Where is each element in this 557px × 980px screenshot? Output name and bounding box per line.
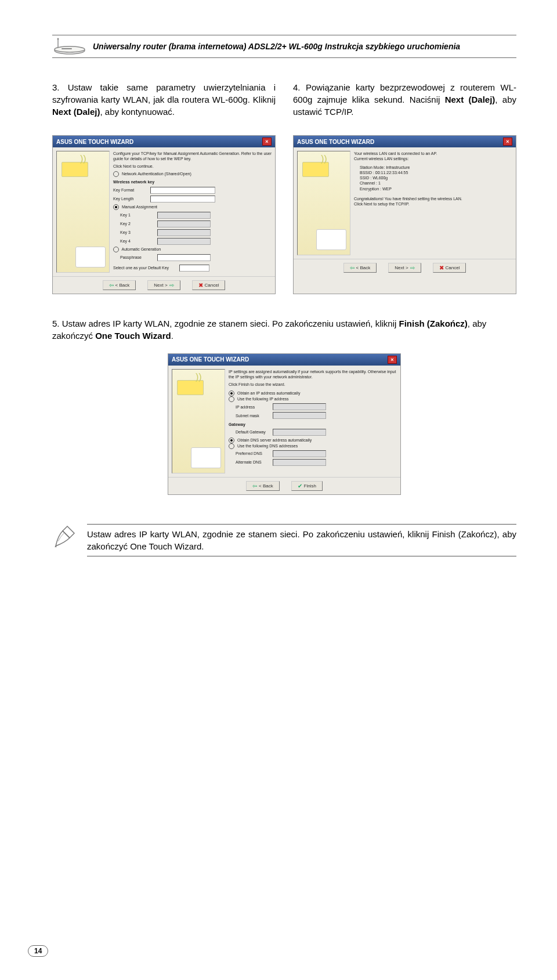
wizard-illustration: )) — [56, 151, 110, 273]
back-button: ⇦< Back — [343, 263, 377, 273]
wizard-screenshot-step4: ASUS ONE TOUCH WIZARD × )) Your wireless… — [293, 135, 516, 294]
step-3-text: 3. Ustaw takie same parametry uwierzytel… — [52, 81, 276, 118]
wizard-illustration: )) — [172, 369, 225, 473]
wizard-titlebar: ASUS ONE TOUCH WIZARD × — [168, 354, 400, 366]
note-block: Ustaw adres IP karty WLAN, zgodnie ze st… — [52, 524, 516, 556]
step-5-text: 5. Ustaw adres IP karty WLAN, zgodnie ze… — [52, 317, 516, 342]
header-title: Uniwersalny router (brama internetowa) A… — [93, 42, 460, 51]
close-icon: × — [262, 138, 272, 146]
note-pencil-icon — [52, 524, 78, 549]
svg-point-1 — [57, 38, 59, 40]
wizard-titlebar: ASUS ONE TOUCH WIZARD × — [294, 136, 516, 147]
svg-rect-4 — [62, 48, 72, 49]
wizard-titlebar: ASUS ONE TOUCH WIZARD × — [53, 136, 275, 147]
page-header: Uniwersalny router (brama internetowa) A… — [52, 35, 516, 58]
step-4-text: 4. Powiązanie karty bezprzewodowej z rou… — [293, 81, 516, 118]
note-text: Ustaw adres IP karty WLAN, zgodnie ze st… — [87, 524, 516, 556]
wizard-illustration: )) — [297, 151, 350, 255]
next-button: Next >⇨ — [388, 263, 421, 273]
page-number: 14 — [28, 945, 48, 957]
wizard-screenshot-step5: ASUS ONE TOUCH WIZARD × )) IP settings a… — [168, 353, 401, 495]
back-button: ⇦< Back — [246, 481, 280, 491]
wizard-screenshot-step3: ASUS ONE TOUCH WIZARD × )) Configure you… — [52, 135, 276, 294]
next-button: Next >⇨ — [147, 280, 180, 290]
close-icon: × — [388, 356, 397, 364]
finish-button: ✔Finish — [291, 481, 323, 491]
cancel-button: ✖Cancel — [192, 280, 226, 290]
router-icon — [52, 38, 87, 55]
cancel-button: ✖Cancel — [433, 263, 466, 273]
back-button: ⇦< Back — [103, 280, 136, 290]
close-icon: × — [503, 138, 512, 146]
